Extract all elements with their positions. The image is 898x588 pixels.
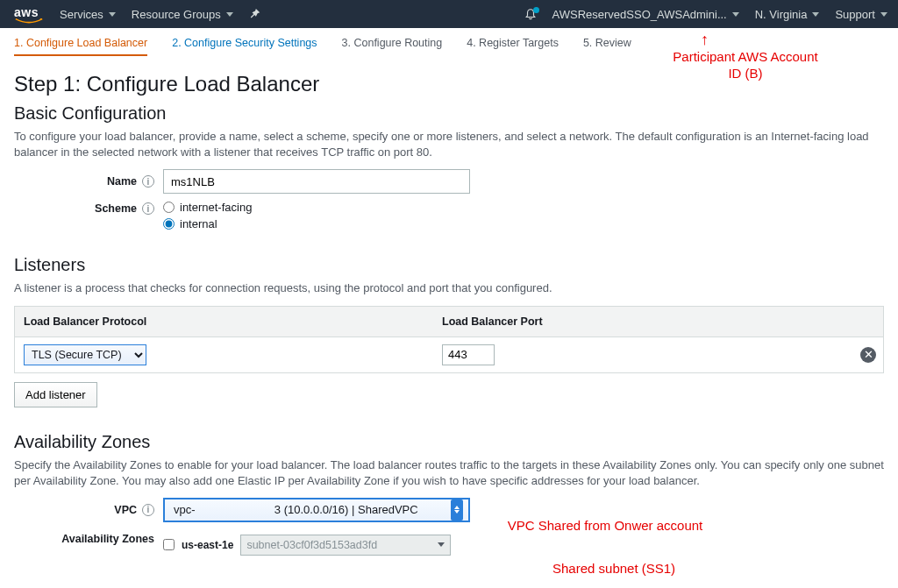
name-input[interactable] xyxy=(163,169,470,194)
stepper-icon xyxy=(451,499,463,521)
az-checkbox[interactable] xyxy=(163,539,175,550)
az-name: us-east-1e xyxy=(182,539,233,551)
chevron-down-icon xyxy=(109,12,116,17)
scheme-radio-internet[interactable] xyxy=(163,202,175,213)
col-port: Load Balancer Port xyxy=(433,307,852,337)
chevron-down-icon xyxy=(880,12,887,17)
subnet-select[interactable]: subnet-03cf0f3d5153ad3fd xyxy=(240,535,451,556)
info-icon[interactable]: i xyxy=(142,175,154,188)
scheme-radio-internal[interactable] xyxy=(163,218,175,230)
aws-logo[interactable]: aws xyxy=(14,4,44,25)
name-label: Name xyxy=(107,175,137,188)
basic-hint: To configure your load balancer, provide… xyxy=(14,129,884,160)
nav-services-label: Services xyxy=(60,8,103,21)
az-heading: Availability Zones xyxy=(14,432,884,452)
vpc-value: vpc- 3 (10.0.0.0/16) | SharedVPC xyxy=(174,503,418,516)
protocol-select[interactable]: TLS (Secure TCP) xyxy=(24,344,146,365)
row-scheme: Scheme i internet-facing internal xyxy=(14,201,884,230)
basic-heading: Basic Configuration xyxy=(14,103,884,124)
add-listener-button[interactable]: Add listener xyxy=(14,382,97,407)
scheme-internal-label: internal xyxy=(180,217,217,230)
az-hint: Specify the Availability Zones to enable… xyxy=(14,457,884,489)
nav-resource-groups[interactable]: Resource Groups xyxy=(132,8,233,21)
wizard-step-2[interactable]: 2. Configure Security Settings xyxy=(172,37,317,56)
subnet-value: subnet-03cf0f3d5153ad3fd xyxy=(246,539,377,551)
nav-support-label: Support xyxy=(835,8,875,21)
scheme-internet-label: internet-facing xyxy=(180,201,252,214)
listeners-heading: Listeners xyxy=(14,255,884,275)
nav-support[interactable]: Support xyxy=(835,8,887,21)
chevron-down-icon xyxy=(732,12,739,17)
wizard-steps: 1. Configure Load Balancer 2. Configure … xyxy=(0,28,898,63)
listeners-table: Load Balancer Protocol Load Balancer Por… xyxy=(14,306,884,373)
nav-resource-groups-label: Resource Groups xyxy=(132,8,221,21)
wizard-step-5[interactable]: 5. Review xyxy=(583,37,631,56)
chevron-down-icon xyxy=(812,12,819,17)
main-content: Step 1: Configure Load Balancer Basic Co… xyxy=(0,63,898,577)
notifications-button[interactable] xyxy=(524,8,537,20)
aws-topnav: aws Services Resource Groups AWSReserved… xyxy=(0,0,898,28)
nav-region[interactable]: N. Virginia xyxy=(755,8,820,21)
wizard-step-1[interactable]: 1. Configure Load Balancer xyxy=(14,37,147,56)
aws-smile-icon xyxy=(14,18,44,25)
listener-row: TLS (Secure TCP) ✕ xyxy=(15,337,883,372)
az-label: Availability Zones xyxy=(61,533,154,545)
chevron-down-icon xyxy=(438,542,445,547)
chevron-down-icon xyxy=(226,12,233,17)
remove-listener-button[interactable]: ✕ xyxy=(860,347,876,363)
scheme-internal[interactable]: internal xyxy=(163,217,252,230)
scheme-internet-facing[interactable]: internet-facing xyxy=(163,201,252,214)
vpc-select[interactable]: vpc- 3 (10.0.0.0/16) | SharedVPC xyxy=(163,498,470,522)
nav-region-label: N. Virginia xyxy=(755,8,808,21)
listeners-hint: A listener is a process that checks for … xyxy=(14,280,884,296)
info-icon[interactable]: i xyxy=(142,504,154,516)
close-icon: ✕ xyxy=(864,349,873,360)
row-vpc: VPC i vpc- 3 (10.0.0.0/16) | SharedVPC xyxy=(14,498,884,522)
scheme-label: Scheme xyxy=(95,202,137,215)
az-zone-row: us-east-1e subnet-03cf0f3d5153ad3fd xyxy=(163,535,451,556)
wizard-step-3[interactable]: 3. Configure Routing xyxy=(342,37,443,56)
wizard-step-4[interactable]: 4. Register Targets xyxy=(467,37,559,56)
row-az: Availability Zones us-east-1e subnet-03c… xyxy=(14,529,884,556)
col-protocol: Load Balancer Protocol xyxy=(15,307,433,337)
nav-account-label: AWSReservedSSO_AWSAdmini... xyxy=(552,8,727,21)
notification-dot-icon xyxy=(533,7,539,13)
port-input[interactable] xyxy=(442,344,495,365)
nav-account[interactable]: AWSReservedSSO_AWSAdmini... xyxy=(552,8,739,21)
info-icon[interactable]: i xyxy=(142,202,154,215)
nav-services[interactable]: Services xyxy=(60,8,116,21)
row-name: Name i xyxy=(14,169,884,194)
page-title: Step 1: Configure Load Balancer xyxy=(14,72,884,96)
pin-icon[interactable] xyxy=(249,8,261,20)
vpc-label: VPC xyxy=(114,504,137,516)
